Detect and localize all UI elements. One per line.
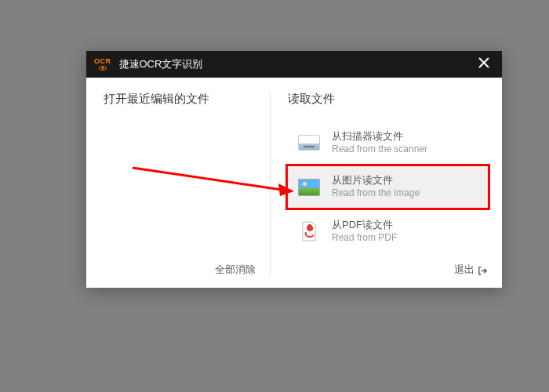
option-label-en: Read from PDF: [332, 232, 397, 245]
option-label-en: Read from the scanner: [332, 143, 427, 156]
option-label-zh: 从扫描器读文件: [332, 130, 427, 143]
option-label-zh: 从图片读文件: [332, 174, 420, 187]
read-file-heading: 读取文件: [288, 92, 488, 107]
recent-files-heading: 打开最近编辑的文件: [104, 92, 256, 107]
image-icon: [297, 177, 321, 198]
option-labels: 从PDF读文件 Read from PDF: [332, 219, 397, 244]
read-options-list: 从扫描器读文件 Read from the scanner 从图片读文件 Rea…: [288, 119, 488, 255]
option-label-zh: 从PDF读文件: [332, 219, 397, 232]
titlebar: OCR 捷速OCR文字识别: [86, 51, 502, 78]
ocr-start-dialog: OCR 捷速OCR文字识别 打开最近编辑的文件 全部消除 读取文件 从: [86, 51, 502, 288]
app-logo-icon: OCR: [94, 58, 111, 71]
exit-icon: [478, 264, 488, 276]
scanner-icon: [297, 132, 321, 153]
window-title: 捷速OCR文字识别: [119, 57, 473, 71]
close-button[interactable]: [472, 51, 496, 78]
read-from-scanner-option[interactable]: 从扫描器读文件 Read from the scanner: [288, 122, 488, 163]
option-labels: 从图片读文件 Read from the image: [332, 174, 420, 199]
option-labels: 从扫描器读文件 Read from the scanner: [332, 130, 427, 155]
pdf-icon: [297, 221, 321, 241]
recent-files-list: [104, 119, 256, 255]
read-from-image-option[interactable]: 从图片读文件 Read from the image: [288, 166, 488, 207]
clear-all-link[interactable]: 全部消除: [215, 263, 256, 277]
close-icon: [478, 57, 489, 71]
exit-link[interactable]: 退出: [454, 263, 474, 277]
read-file-column: 读取文件 从扫描器读文件 Read from the scanner 从图片读文…: [271, 92, 502, 277]
dialog-body: 打开最近编辑的文件 全部消除 读取文件 从扫描器读文件 Read from th…: [86, 78, 502, 288]
option-label-en: Read from the image: [332, 187, 420, 200]
recent-files-column: 打开最近编辑的文件 全部消除: [86, 92, 271, 277]
read-from-pdf-option[interactable]: 从PDF读文件 Read from PDF: [288, 211, 488, 252]
